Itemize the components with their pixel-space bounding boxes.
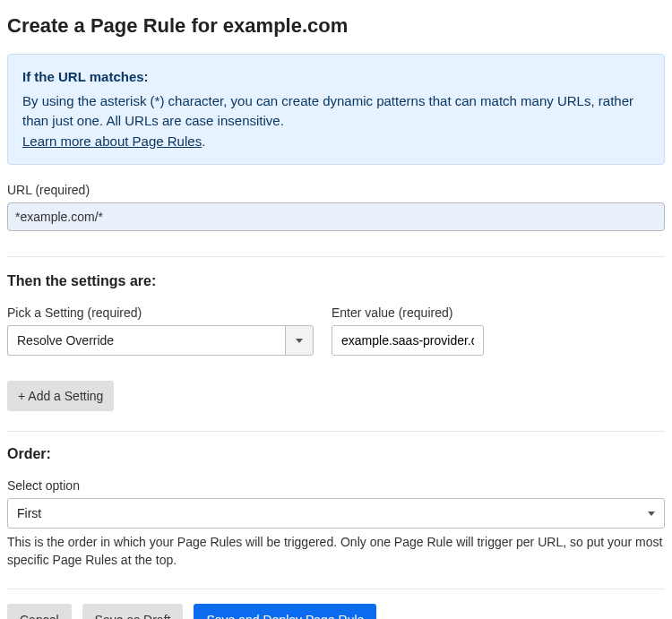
footer-buttons: Cancel Save as Draft Save and Deploy Pag…	[7, 604, 665, 619]
value-label: Enter value (required)	[332, 305, 484, 320]
url-label: URL (required)	[7, 183, 665, 197]
setting-select[interactable]: Resolve Override	[7, 325, 314, 356]
divider	[7, 256, 665, 257]
add-setting-button[interactable]: + Add a Setting	[7, 381, 114, 411]
info-period: .	[202, 133, 205, 149]
order-helper-text: This is the order in which your Page Rul…	[7, 534, 665, 569]
info-box: If the URL matches: By using the asteris…	[7, 54, 665, 165]
learn-more-link[interactable]: Learn more about Page Rules	[22, 133, 202, 149]
settings-heading: Then the settings are:	[7, 273, 665, 289]
divider	[7, 431, 665, 432]
divider	[7, 589, 665, 589]
pick-setting-label: Pick a Setting (required)	[7, 305, 314, 320]
page-title: Create a Page Rule for example.com	[7, 14, 665, 38]
info-title: If the URL matches:	[22, 67, 650, 88]
setting-select-caret[interactable]	[285, 325, 314, 356]
order-select-value: First	[17, 506, 41, 520]
save-draft-button[interactable]: Save as Draft	[82, 604, 184, 619]
chevron-down-icon	[296, 339, 303, 343]
cancel-button[interactable]: Cancel	[7, 604, 72, 619]
url-input[interactable]	[7, 202, 665, 231]
value-input[interactable]	[332, 325, 484, 356]
save-deploy-button[interactable]: Save and Deploy Page Rule	[194, 604, 376, 619]
chevron-down-icon	[648, 512, 655, 516]
order-heading: Order:	[7, 446, 665, 462]
info-body: By using the asterisk (*) character, you…	[22, 91, 650, 132]
setting-select-value[interactable]: Resolve Override	[7, 325, 285, 356]
order-label: Select option	[7, 478, 665, 493]
order-select[interactable]: First	[7, 498, 665, 529]
